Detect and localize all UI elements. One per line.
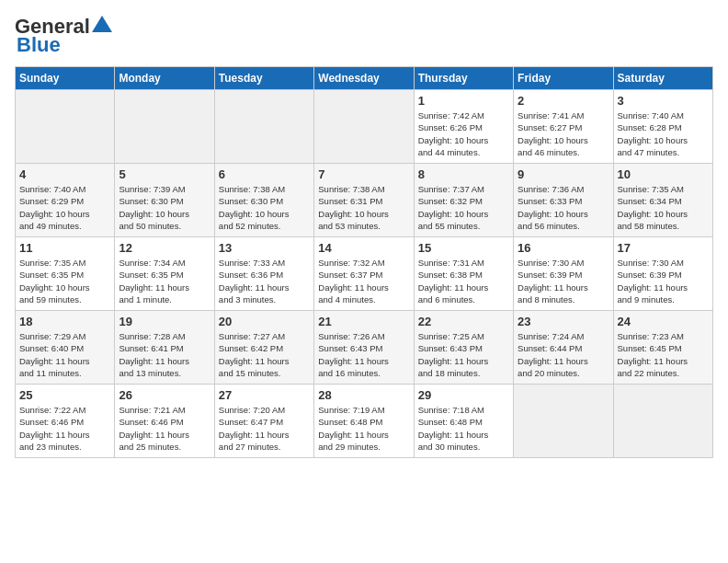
calendar-cell: 1Sunrise: 7:42 AM Sunset: 6:26 PM Daylig… (414, 90, 513, 164)
weekday-header-friday: Friday (514, 67, 613, 90)
calendar-cell: 23Sunrise: 7:24 AM Sunset: 6:44 PM Dayli… (514, 311, 613, 385)
calendar-cell (115, 90, 214, 164)
calendar-cell (16, 90, 115, 164)
logo: General Blue (15, 15, 112, 57)
calendar-cell: 12Sunrise: 7:34 AM Sunset: 6:35 PM Dayli… (115, 237, 214, 311)
calendar-cell: 2Sunrise: 7:41 AM Sunset: 6:27 PM Daylig… (514, 90, 613, 164)
day-number: 26 (119, 388, 210, 402)
day-number: 19 (119, 315, 210, 328)
day-number: 1 (418, 94, 509, 108)
calendar-cell: 7Sunrise: 7:38 AM Sunset: 6:31 PM Daylig… (314, 164, 414, 237)
day-info: Sunrise: 7:36 AM Sunset: 6:33 PM Dayligh… (518, 183, 609, 232)
calendar-cell (514, 385, 613, 458)
day-info: Sunrise: 7:35 AM Sunset: 6:34 PM Dayligh… (618, 183, 709, 232)
day-number: 21 (318, 315, 409, 328)
day-info: Sunrise: 7:23 AM Sunset: 6:45 PM Dayligh… (618, 330, 709, 379)
weekday-header-wednesday: Wednesday (314, 67, 414, 90)
day-number: 14 (318, 241, 409, 255)
day-info: Sunrise: 7:21 AM Sunset: 6:46 PM Dayligh… (119, 404, 210, 453)
calendar-cell: 9Sunrise: 7:36 AM Sunset: 6:33 PM Daylig… (514, 164, 613, 237)
calendar-cell: 22Sunrise: 7:25 AM Sunset: 6:43 PM Dayli… (414, 311, 513, 385)
day-number: 18 (19, 315, 110, 328)
calendar-table: SundayMondayTuesdayWednesdayThursdayFrid… (15, 66, 713, 458)
calendar-cell: 10Sunrise: 7:35 AM Sunset: 6:34 PM Dayli… (613, 164, 712, 237)
calendar-cell: 4Sunrise: 7:40 AM Sunset: 6:29 PM Daylig… (16, 164, 115, 237)
day-info: Sunrise: 7:22 AM Sunset: 6:46 PM Dayligh… (19, 404, 110, 453)
weekday-header-monday: Monday (115, 67, 214, 90)
day-number: 24 (618, 315, 709, 328)
day-number: 9 (518, 167, 609, 181)
day-number: 20 (219, 315, 310, 328)
day-number: 3 (618, 94, 709, 108)
calendar-cell: 26Sunrise: 7:21 AM Sunset: 6:46 PM Dayli… (115, 385, 214, 458)
calendar-cell: 13Sunrise: 7:33 AM Sunset: 6:36 PM Dayli… (214, 237, 313, 311)
day-number: 2 (518, 94, 609, 108)
day-info: Sunrise: 7:27 AM Sunset: 6:42 PM Dayligh… (219, 330, 310, 379)
day-info: Sunrise: 7:29 AM Sunset: 6:40 PM Dayligh… (19, 330, 110, 379)
day-number: 15 (418, 241, 509, 255)
day-number: 16 (518, 241, 609, 255)
calendar-cell: 3Sunrise: 7:40 AM Sunset: 6:28 PM Daylig… (613, 90, 712, 164)
day-info: Sunrise: 7:31 AM Sunset: 6:38 PM Dayligh… (418, 257, 509, 305)
day-info: Sunrise: 7:30 AM Sunset: 6:39 PM Dayligh… (518, 257, 609, 305)
day-info: Sunrise: 7:28 AM Sunset: 6:41 PM Dayligh… (119, 330, 210, 379)
calendar-cell: 14Sunrise: 7:32 AM Sunset: 6:37 PM Dayli… (314, 237, 414, 311)
calendar-cell (613, 385, 712, 458)
calendar-cell: 17Sunrise: 7:30 AM Sunset: 6:39 PM Dayli… (613, 237, 712, 311)
calendar-cell: 8Sunrise: 7:37 AM Sunset: 6:32 PM Daylig… (414, 164, 513, 237)
day-number: 8 (418, 167, 509, 181)
day-info: Sunrise: 7:19 AM Sunset: 6:48 PM Dayligh… (318, 404, 409, 453)
calendar-cell: 24Sunrise: 7:23 AM Sunset: 6:45 PM Dayli… (613, 311, 712, 385)
day-info: Sunrise: 7:41 AM Sunset: 6:27 PM Dayligh… (518, 109, 609, 158)
day-info: Sunrise: 7:42 AM Sunset: 6:26 PM Dayligh… (418, 109, 509, 158)
day-info: Sunrise: 7:40 AM Sunset: 6:29 PM Dayligh… (19, 183, 110, 232)
day-info: Sunrise: 7:33 AM Sunset: 6:36 PM Dayligh… (219, 257, 310, 305)
day-number: 22 (418, 315, 509, 328)
day-number: 25 (19, 388, 110, 402)
day-number: 6 (219, 167, 310, 181)
calendar-cell (214, 90, 313, 164)
calendar-cell: 16Sunrise: 7:30 AM Sunset: 6:39 PM Dayli… (514, 237, 613, 311)
calendar-cell: 28Sunrise: 7:19 AM Sunset: 6:48 PM Dayli… (314, 385, 414, 458)
calendar-cell: 15Sunrise: 7:31 AM Sunset: 6:38 PM Dayli… (414, 237, 513, 311)
calendar-cell: 29Sunrise: 7:18 AM Sunset: 6:48 PM Dayli… (414, 385, 513, 458)
logo-blue: Blue (15, 33, 61, 57)
logo-icon (92, 16, 112, 32)
calendar-cell: 20Sunrise: 7:27 AM Sunset: 6:42 PM Dayli… (214, 311, 313, 385)
day-number: 13 (219, 241, 310, 255)
day-info: Sunrise: 7:24 AM Sunset: 6:44 PM Dayligh… (518, 330, 609, 379)
calendar-cell: 18Sunrise: 7:29 AM Sunset: 6:40 PM Dayli… (16, 311, 115, 385)
calendar-cell: 27Sunrise: 7:20 AM Sunset: 6:47 PM Dayli… (214, 385, 313, 458)
day-info: Sunrise: 7:20 AM Sunset: 6:47 PM Dayligh… (219, 404, 310, 453)
day-number: 17 (618, 241, 709, 255)
day-info: Sunrise: 7:38 AM Sunset: 6:31 PM Dayligh… (318, 183, 409, 232)
day-number: 11 (19, 241, 110, 255)
day-number: 10 (618, 167, 709, 181)
weekday-header-sunday: Sunday (16, 67, 115, 90)
calendar-cell: 6Sunrise: 7:38 AM Sunset: 6:30 PM Daylig… (214, 164, 313, 237)
day-number: 28 (318, 388, 409, 402)
weekday-header-tuesday: Tuesday (214, 67, 313, 90)
weekday-header-saturday: Saturday (613, 67, 712, 90)
day-info: Sunrise: 7:32 AM Sunset: 6:37 PM Dayligh… (318, 257, 409, 305)
calendar-cell (314, 90, 414, 164)
day-number: 7 (318, 167, 409, 181)
day-number: 29 (418, 388, 509, 402)
day-info: Sunrise: 7:18 AM Sunset: 6:48 PM Dayligh… (418, 404, 509, 453)
calendar-cell: 5Sunrise: 7:39 AM Sunset: 6:30 PM Daylig… (115, 164, 214, 237)
header: General Blue (15, 15, 713, 57)
day-info: Sunrise: 7:39 AM Sunset: 6:30 PM Dayligh… (119, 183, 210, 232)
calendar-cell: 21Sunrise: 7:26 AM Sunset: 6:43 PM Dayli… (314, 311, 414, 385)
weekday-header-thursday: Thursday (414, 67, 513, 90)
calendar-cell: 11Sunrise: 7:35 AM Sunset: 6:35 PM Dayli… (16, 237, 115, 311)
svg-marker-0 (92, 16, 112, 32)
day-info: Sunrise: 7:30 AM Sunset: 6:39 PM Dayligh… (618, 257, 709, 305)
day-info: Sunrise: 7:40 AM Sunset: 6:28 PM Dayligh… (618, 109, 709, 158)
day-number: 5 (119, 167, 210, 181)
day-number: 12 (119, 241, 210, 255)
day-number: 23 (518, 315, 609, 328)
calendar-cell: 25Sunrise: 7:22 AM Sunset: 6:46 PM Dayli… (16, 385, 115, 458)
calendar-cell: 19Sunrise: 7:28 AM Sunset: 6:41 PM Dayli… (115, 311, 214, 385)
day-info: Sunrise: 7:38 AM Sunset: 6:30 PM Dayligh… (219, 183, 310, 232)
day-number: 27 (219, 388, 310, 402)
